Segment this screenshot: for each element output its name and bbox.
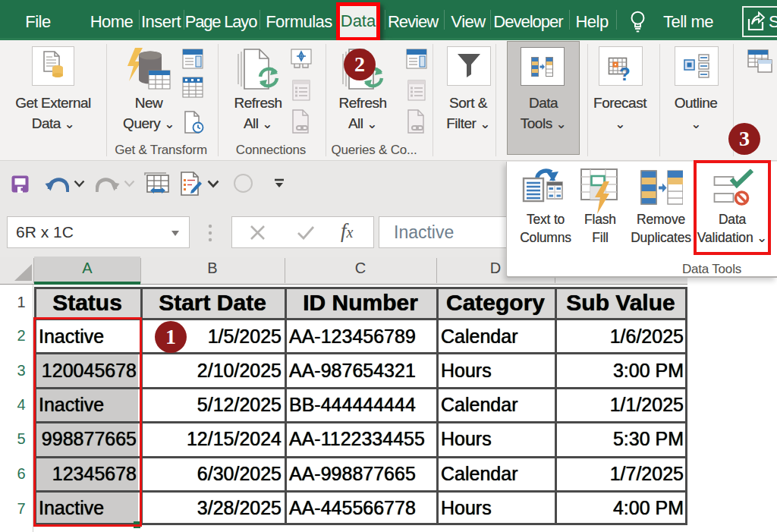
svg-text:?: ? <box>619 64 631 83</box>
